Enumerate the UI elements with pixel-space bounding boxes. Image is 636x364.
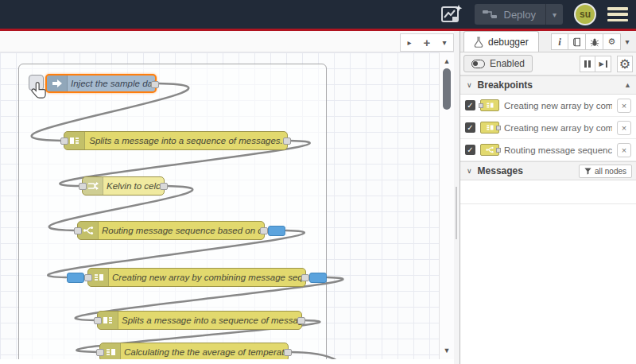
deploy-options-caret-icon[interactable]: ▾ [546, 10, 563, 19]
scrollbar-thumb[interactable] [443, 68, 451, 110]
messages-collapse-icon: ∨ [467, 167, 472, 175]
sidebar-tab-actions: i ⚙ ▾ [551, 33, 634, 50]
splitter-grip [456, 187, 457, 239]
sidebar-tab-bar: debugger i ⚙ ▾ [460, 31, 636, 52]
flow-node[interactable]: Splits a message into a sequence of mess… [97, 311, 302, 330]
flask-icon [474, 37, 483, 48]
input-port[interactable] [96, 349, 104, 356]
messages-title: Messages [478, 165, 523, 176]
join-mini-icon [480, 99, 499, 111]
breakpoint-checkbox[interactable]: ✓ [465, 145, 475, 155]
breakpoints-section-header[interactable]: ∨ Breakpoints ▲ [460, 76, 636, 95]
breakpoint-checkbox[interactable]: ✓ [465, 122, 475, 133]
node-label: Kelvin to celcius [103, 181, 164, 191]
sidebar-scroll-up-icon[interactable]: ▲ [624, 81, 631, 89]
flow-node[interactable]: Inject the sample data [45, 74, 157, 93]
scroll-down-icon[interactable]: ▼ [440, 347, 454, 354]
flow-node[interactable]: Routing message sequence based on condit… [77, 221, 265, 240]
breakpoint-label: Creating new array by combining message … [504, 123, 612, 133]
breakpoint-row: ✓Routing message sequence based on condi… [460, 139, 636, 161]
node-label: Inject the sample data [68, 79, 155, 88]
scroll-up-icon[interactable]: ▲ [440, 57, 454, 65]
app-header: Deploy ▾ su [0, 0, 636, 29]
output-port[interactable] [151, 81, 159, 88]
input-port[interactable] [84, 274, 92, 281]
tab-scroll-right-icon[interactable]: ▸ [401, 34, 418, 51]
sidebar-splitter[interactable] [454, 31, 460, 364]
debugger-settings-icon[interactable]: ⚙ [617, 56, 633, 72]
assistant-icon[interactable] [440, 4, 463, 25]
output-port[interactable] [297, 317, 305, 324]
node-label: Calculating the the average of temperatu… [121, 347, 288, 357]
debugger-controls: ▶ ⚙ [580, 56, 633, 72]
step-button[interactable]: ▶ [595, 56, 611, 72]
flow-node[interactable]: Kelvin to celcius [82, 176, 165, 196]
input-port[interactable] [74, 227, 82, 234]
add-flow-icon[interactable]: + [418, 34, 436, 51]
breakpoint-pill-input[interactable] [67, 273, 84, 283]
node-label: Routing message sequence based on condit… [99, 226, 264, 235]
join-mini-icon [480, 122, 499, 134]
flow-canvas[interactable]: Inject the sample dataSplits a message i… [0, 52, 454, 359]
messages-filter-label: all nodes [595, 167, 626, 176]
breakpoint-pill-output[interactable] [268, 226, 285, 236]
config-nodes-tab-icon[interactable]: ⚙ [603, 33, 621, 50]
output-port[interactable] [301, 274, 309, 281]
inject-icon [47, 76, 68, 91]
node-label: Splits a message into a sequence of mess… [118, 316, 301, 325]
toggle-icon [471, 60, 485, 68]
messages-section-header[interactable]: ∨ Messages all nodes [460, 161, 636, 180]
debugger-enabled-toggle[interactable]: Enabled [463, 55, 533, 72]
sidebar-tab-list-icon[interactable]: ▾ [621, 37, 634, 46]
workspace-tab-toolbar: ▸ + ▾ [400, 33, 454, 52]
flow-node[interactable]: Creating new array by combining message … [87, 268, 306, 287]
tab-debugger-label: debugger [488, 37, 529, 48]
debug-messages-tab-icon[interactable] [586, 33, 603, 50]
node-label: Creating new array by combining message … [109, 273, 305, 282]
output-port[interactable] [283, 137, 291, 145]
output-port[interactable] [160, 183, 168, 190]
messages-empty-area [460, 180, 636, 204]
breakpoint-label: Creating new array by combining message … [504, 101, 612, 110]
help-tab-icon[interactable] [568, 33, 586, 50]
output-port[interactable] [260, 227, 268, 234]
breakpoint-row: ✓Creating new array by combining message… [460, 95, 636, 117]
canvas-vertical-scrollbar[interactable]: ▲ ▼ [439, 52, 454, 359]
deploy-label: Deploy [504, 9, 536, 21]
breakpoint-label: Routing message sequence based on condit… [504, 145, 612, 155]
deploy-nodes-icon [483, 10, 498, 19]
breakpoint-remove-button[interactable]: × [617, 99, 631, 113]
main-menu-icon[interactable] [607, 7, 628, 21]
input-port[interactable] [60, 137, 68, 145]
workspace-tab-strip: ▸ + ▾ [0, 31, 454, 52]
breakpoints-title: Breakpoints [478, 79, 533, 91]
breakpoint-remove-button[interactable]: × [617, 143, 631, 157]
node-label: Splits a message into a sequence of mess… [85, 136, 287, 145]
messages-filter-button[interactable]: all nodes [579, 165, 632, 178]
input-port[interactable] [94, 317, 102, 324]
canvas-footer-strip [0, 359, 454, 364]
output-port[interactable] [284, 349, 292, 356]
flow-node[interactable]: Splits a message into a sequence of mess… [64, 131, 288, 150]
pause-button[interactable] [580, 56, 595, 72]
node-red-app: Deploy ▾ su ▸ + ▾ Inject the sample data… [0, 0, 636, 364]
switch-mini-icon [480, 144, 499, 156]
breakpoint-checkbox[interactable]: ✓ [465, 100, 475, 110]
breakpoint-remove-button[interactable]: × [617, 121, 631, 135]
info-tab-icon[interactable]: i [551, 33, 568, 50]
breakpoint-pill-output[interactable] [309, 273, 327, 283]
filter-funnel-icon [584, 168, 591, 175]
breakpoint-row: ✓Creating new array by combining message… [460, 117, 636, 139]
debugger-toolbar: Enabled ▶ ⚙ [460, 52, 636, 76]
breakpoints-collapse-icon: ∨ [467, 81, 472, 89]
sidebar: debugger i ⚙ ▾ Enabled [460, 31, 636, 364]
user-avatar[interactable]: su [574, 3, 596, 25]
inject-trigger-button[interactable] [29, 75, 44, 91]
breakpoints-list: ✓Creating new array by combining message… [460, 95, 636, 161]
deploy-button[interactable]: Deploy ▾ [475, 4, 564, 25]
input-port[interactable] [79, 183, 87, 190]
tab-debugger[interactable]: debugger [463, 31, 539, 52]
flow-node[interactable]: Calculating the the average of temperatu… [99, 343, 289, 359]
flow-list-icon[interactable]: ▾ [436, 34, 453, 51]
enabled-label: Enabled [490, 58, 525, 69]
